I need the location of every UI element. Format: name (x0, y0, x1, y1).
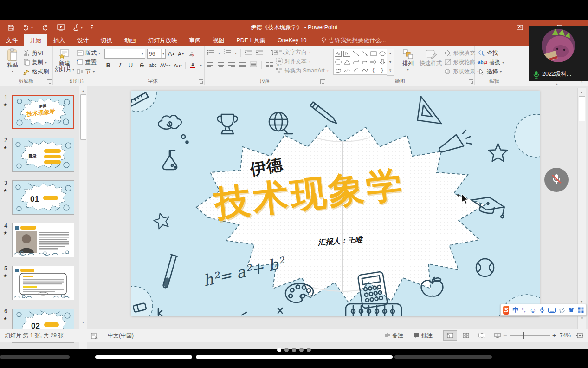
ime-emoji-icon[interactable]: ☺ (530, 306, 536, 314)
font-color-button[interactable]: A (189, 61, 197, 70)
align-text-button[interactable]: 对齐文本▾ (276, 57, 329, 66)
shapes-gallery[interactable]: { } (333, 49, 387, 75)
thumb-scroll-up-arrow[interactable]: ▲ (79, 87, 87, 94)
format-painter-button[interactable]: 格式刷 (23, 67, 49, 76)
zoom-percentage[interactable]: 74% (560, 329, 571, 342)
tell-me-box[interactable]: 告诉我您想要做什么... (321, 34, 386, 46)
bullets-button[interactable] (207, 49, 214, 57)
zoom-slider-thumb[interactable] (523, 332, 524, 339)
bottom-track-right[interactable] (394, 355, 492, 359)
tab-animations[interactable]: 动画 (118, 34, 142, 46)
bottom-track-left[interactable] (0, 355, 70, 359)
reading-view-button[interactable] (475, 330, 489, 341)
font-name-combo[interactable]: ▾ (104, 49, 145, 59)
thumb-scroll-thumb[interactable] (80, 94, 86, 140)
shape-fill-button[interactable]: 形状填充▾ (444, 48, 479, 58)
zoom-in-button[interactable]: + (552, 329, 556, 342)
slide-canvas[interactable]: h²= a²+ b² 伊德 技术现象学 汇报人：王唯 (131, 91, 540, 316)
tab-slideshow[interactable]: 幻灯片放映 (142, 34, 183, 46)
distribute-button[interactable] (250, 61, 257, 69)
slide-thumbnail-3[interactable]: 01 (12, 180, 74, 215)
shrink-font-button[interactable]: A▼ (177, 49, 185, 58)
slideshow-view-button[interactable] (491, 330, 504, 341)
tab-view[interactable]: 视图 (207, 34, 231, 46)
scroll-thumb[interactable] (579, 96, 585, 121)
tab-home[interactable]: 开始 (24, 34, 47, 46)
font-size-combo[interactable]: ▾ (147, 49, 166, 59)
increase-indent-button[interactable] (256, 49, 263, 57)
scroll-up-arrow[interactable]: ▲ (578, 89, 585, 95)
paragraph-dialog-launcher[interactable] (320, 79, 325, 84)
columns-button[interactable] (266, 61, 273, 69)
tab-review[interactable]: 审阅 (183, 34, 207, 46)
language-indicator[interactable]: 中文(中国) (108, 329, 134, 342)
ribbon-display-options-icon[interactable] (510, 20, 530, 34)
tab-design[interactable]: 设计 (71, 34, 95, 46)
pager-dot[interactable] (284, 348, 289, 352)
character-spacing-button[interactable]: AV⇿▾ (160, 61, 171, 70)
strikethrough-button[interactable]: S (138, 61, 146, 70)
align-center-button[interactable] (218, 61, 224, 69)
main-scrollbar[interactable]: ▲ ▼ (577, 88, 586, 330)
ime-toolbox-icon[interactable] (578, 307, 584, 313)
numbering-button[interactable] (224, 49, 231, 57)
replace-button[interactable]: ab⇄替换▾ (478, 58, 504, 67)
change-case-button[interactable]: Aa▾ (174, 61, 182, 70)
ime-toolbar[interactable]: S 中 °, ☺ (500, 304, 587, 316)
section-button[interactable]: 节▾ (77, 67, 100, 76)
comments-button[interactable]: 批注 (413, 329, 433, 342)
shape-effects-button[interactable]: 形状效果▾ (444, 67, 479, 76)
find-button[interactable]: 查找 (478, 48, 504, 58)
clear-formatting-button[interactable] (187, 49, 195, 58)
slide-thumbnail-1[interactable]: 伊德 技术现象学 (12, 95, 74, 129)
font-size-input[interactable] (148, 50, 161, 57)
bottom-scrollbar-segment[interactable] (95, 355, 192, 359)
slide-sorter-view-button[interactable] (459, 330, 473, 341)
font-dialog-launcher[interactable] (199, 79, 203, 84)
select-button[interactable]: 选择▾ (478, 67, 504, 76)
thumbnail-scrollbar[interactable]: ▲ ▼ (79, 86, 87, 349)
reset-button[interactable]: 重置 (77, 58, 100, 67)
copy-button[interactable]: 复制▾ (23, 58, 49, 67)
normal-view-button[interactable] (443, 330, 457, 341)
slide-thumbnail-4[interactable] (12, 223, 74, 257)
font-name-input[interactable] (105, 50, 140, 57)
ime-collapse-arrow[interactable]: ▼ (580, 316, 584, 321)
ime-skin-icon[interactable] (568, 307, 575, 313)
notes-button[interactable]: 备注 (384, 329, 403, 342)
ime-punctuation-icon[interactable]: °, (522, 307, 526, 313)
tab-pdf-tools[interactable]: PDF工具集 (231, 34, 272, 46)
pager-dot-active[interactable] (277, 348, 281, 352)
text-direction-button[interactable]: 文字方向▾ (276, 47, 329, 57)
quick-styles-button[interactable]: 快速样式 (419, 48, 443, 66)
layout-button[interactable]: 版式▾ (77, 48, 100, 58)
justify-button[interactable] (239, 61, 246, 69)
ime-mode-chinese[interactable]: 中 (512, 306, 518, 314)
text-shadow-button[interactable]: abc (149, 61, 157, 70)
tab-onekey[interactable]: OneKey 10 (271, 34, 313, 46)
tab-insert[interactable]: 插入 (47, 34, 71, 46)
bottom-scrollbar-thumb[interactable] (196, 355, 393, 359)
ime-keyboard-icon[interactable] (548, 308, 556, 313)
zoom-out-button[interactable]: − (503, 329, 507, 342)
align-right-button[interactable] (228, 61, 235, 69)
webcam-collapse-arrow[interactable]: ▲ (555, 82, 559, 86)
collapse-ribbon-icon[interactable]: ⌃ (580, 81, 583, 85)
shape-outline-button[interactable]: 形状轮廓▾ (444, 58, 479, 67)
zoom-slider-track[interactable] (510, 335, 550, 336)
slide-thumbnail-5[interactable] (12, 266, 74, 300)
arrange-button[interactable]: 排列 ▾ (398, 48, 418, 72)
mute-toggle-button[interactable] (544, 168, 569, 192)
cut-button[interactable]: 剪切 (23, 48, 49, 58)
pager-dot[interactable] (307, 348, 311, 352)
ime-voice-icon[interactable] (540, 307, 545, 313)
webcam-overlay[interactable]: 2022级科... (529, 26, 588, 81)
italic-button[interactable]: I (116, 61, 123, 70)
proofing-icon[interactable] (91, 329, 98, 342)
slide-thumbnail-2[interactable]: 目录 (12, 138, 74, 172)
shapes-gallery-scroll[interactable]: ▲▼⊽ (387, 49, 394, 76)
ime-handwriting-icon[interactable] (559, 307, 565, 313)
new-slide-button[interactable]: 新建 幻灯片▾ (54, 48, 75, 72)
tab-transitions[interactable]: 切换 (95, 34, 118, 46)
bold-button[interactable]: B (104, 61, 112, 70)
